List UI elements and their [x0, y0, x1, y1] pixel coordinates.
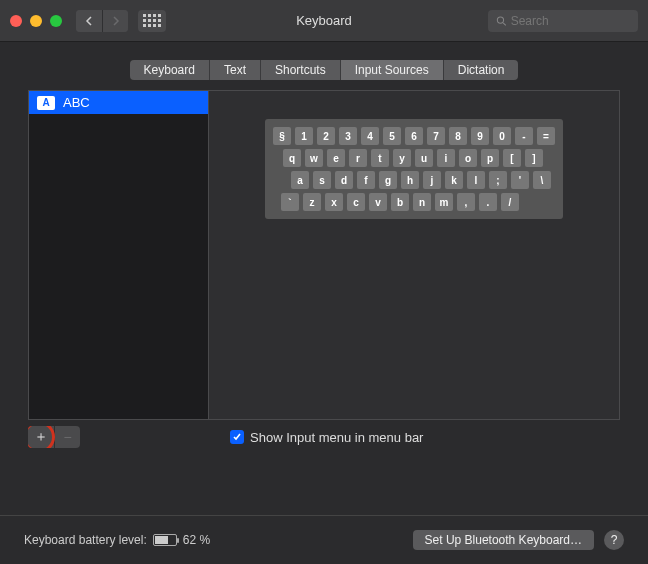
key: d	[335, 171, 353, 189]
key: 4	[361, 127, 379, 145]
show-all-button[interactable]	[138, 10, 166, 32]
key: ,	[457, 193, 475, 211]
key: o	[459, 149, 477, 167]
search-icon	[496, 15, 507, 27]
key: 5	[383, 127, 401, 145]
key: g	[379, 171, 397, 189]
tab-shortcuts[interactable]: Shortcuts	[260, 60, 340, 80]
minimize-button[interactable]	[30, 15, 42, 27]
tab-dictation[interactable]: Dictation	[443, 60, 519, 80]
key: 0	[493, 127, 511, 145]
battery-status: Keyboard battery level: 62 %	[24, 533, 210, 547]
search-field[interactable]	[488, 10, 638, 32]
key: n	[413, 193, 431, 211]
search-input[interactable]	[511, 14, 630, 28]
key: 1	[295, 127, 313, 145]
show-input-menu-option[interactable]: Show Input menu in menu bar	[230, 430, 423, 445]
battery-icon	[153, 534, 177, 546]
keyboard-row: qwertyuiop[]	[283, 149, 555, 167]
add-source-button[interactable]: ＋	[28, 426, 54, 448]
key: w	[305, 149, 323, 167]
key: /	[501, 193, 519, 211]
input-sources-panel: AABC §1234567890-=qwertyuiop[]asdfghjkl;…	[28, 90, 620, 420]
key: 2	[317, 127, 335, 145]
key: .	[479, 193, 497, 211]
battery-label: Keyboard battery level:	[24, 533, 147, 547]
window-footer: Keyboard battery level: 62 % Set Up Blue…	[0, 515, 648, 564]
tab-input-sources[interactable]: Input Sources	[340, 60, 443, 80]
key: z	[303, 193, 321, 211]
battery-percent: 62 %	[183, 533, 210, 547]
key: '	[511, 171, 529, 189]
key: t	[371, 149, 389, 167]
keyboard-row: §1234567890-=	[273, 127, 555, 145]
key: =	[537, 127, 555, 145]
key: r	[349, 149, 367, 167]
key: -	[515, 127, 533, 145]
keyboard-graphic: §1234567890-=qwertyuiop[]asdfghjkl;'\`zx…	[265, 119, 563, 219]
key: i	[437, 149, 455, 167]
key: 7	[427, 127, 445, 145]
key: m	[435, 193, 453, 211]
zoom-button[interactable]	[50, 15, 62, 27]
key: a	[291, 171, 309, 189]
key: x	[325, 193, 343, 211]
key: p	[481, 149, 499, 167]
key: §	[273, 127, 291, 145]
tab-keyboard[interactable]: Keyboard	[130, 60, 209, 80]
key: 3	[339, 127, 357, 145]
svg-line-1	[503, 22, 506, 25]
tab-bar: KeyboardTextShortcutsInput SourcesDictat…	[0, 60, 648, 80]
key: [	[503, 149, 521, 167]
key: s	[313, 171, 331, 189]
keyboard-row: asdfghjkl;'\	[291, 171, 555, 189]
key: ;	[489, 171, 507, 189]
key: k	[445, 171, 463, 189]
key: 6	[405, 127, 423, 145]
input-source-list: AABC	[29, 91, 209, 419]
help-button[interactable]: ?	[604, 530, 624, 550]
close-button[interactable]	[10, 15, 22, 27]
key: c	[347, 193, 365, 211]
key: ]	[525, 149, 543, 167]
check-icon	[232, 432, 242, 442]
panel-footer: ＋ − Show Input menu in menu bar	[28, 426, 620, 448]
forward-button[interactable]	[102, 10, 128, 32]
key: e	[327, 149, 345, 167]
keyboard-row: `zxcvbnm,./	[281, 193, 555, 211]
grid-icon	[143, 14, 161, 27]
setup-bluetooth-button[interactable]: Set Up Bluetooth Keyboard…	[413, 530, 594, 550]
key: v	[369, 193, 387, 211]
key: b	[391, 193, 409, 211]
input-source-item[interactable]: AABC	[29, 91, 208, 114]
show-input-menu-label: Show Input menu in menu bar	[250, 430, 423, 445]
svg-point-0	[497, 16, 503, 22]
tab-text[interactable]: Text	[209, 60, 260, 80]
key: h	[401, 171, 419, 189]
key: l	[467, 171, 485, 189]
titlebar: Keyboard	[0, 0, 648, 42]
keyboard-preview: §1234567890-=qwertyuiop[]asdfghjkl;'\`zx…	[209, 91, 619, 419]
window-controls	[10, 15, 62, 27]
input-source-label: ABC	[63, 95, 90, 110]
input-source-icon: A	[37, 96, 55, 110]
key: y	[393, 149, 411, 167]
key: 9	[471, 127, 489, 145]
show-input-menu-checkbox[interactable]	[230, 430, 244, 444]
key: f	[357, 171, 375, 189]
key: `	[281, 193, 299, 211]
nav-back-forward	[76, 10, 128, 32]
remove-source-button[interactable]: −	[54, 426, 80, 448]
add-remove-group: ＋ −	[28, 426, 80, 448]
key: \	[533, 171, 551, 189]
key: u	[415, 149, 433, 167]
key: j	[423, 171, 441, 189]
key: 8	[449, 127, 467, 145]
key: q	[283, 149, 301, 167]
back-button[interactable]	[76, 10, 102, 32]
